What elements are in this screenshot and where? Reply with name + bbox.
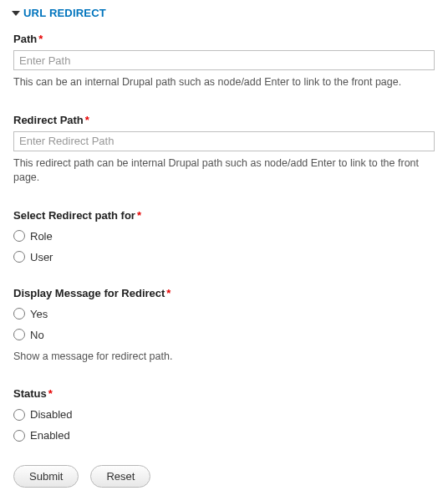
radio-role-input[interactable]	[13, 230, 25, 242]
display-msg-description: Show a message for redirect path.	[13, 350, 435, 365]
path-label: Path*	[13, 33, 435, 45]
required-marker: *	[38, 33, 43, 45]
radio-user-input[interactable]	[13, 251, 25, 263]
radio-user[interactable]: User	[13, 251, 435, 263]
section-title: URL REDIRECT	[23, 7, 106, 19]
submit-button[interactable]: Submit	[13, 465, 79, 488]
redirect-path-description: This redirect path can be internal Drupa…	[13, 156, 435, 186]
radio-yes[interactable]: Yes	[13, 308, 435, 320]
path-description: This can be an internal Drupal path such…	[13, 75, 435, 90]
display-msg-label: Display Message for Redirect*	[13, 287, 435, 299]
radio-no-label: No	[30, 329, 44, 341]
required-marker: *	[137, 209, 141, 222]
radio-role[interactable]: Role	[13, 230, 435, 243]
radio-enabled-input[interactable]	[13, 430, 25, 442]
section-toggle[interactable]: URL REDIRECT	[13, 7, 435, 19]
required-marker: *	[166, 287, 171, 299]
select-for-label: Select Redirect path for*	[13, 209, 435, 222]
required-marker: *	[48, 387, 53, 400]
collapse-icon	[12, 11, 20, 16]
required-marker: *	[85, 114, 89, 126]
status-label: Status*	[13, 387, 435, 400]
radio-no-input[interactable]	[13, 329, 25, 340]
radio-disabled-input[interactable]	[13, 409, 25, 421]
radio-disabled[interactable]: Disabled	[13, 408, 435, 421]
radio-yes-label: Yes	[30, 308, 48, 320]
radio-user-label: User	[30, 251, 53, 263]
radio-enabled-label: Enabled	[30, 429, 70, 442]
radio-yes-input[interactable]	[13, 308, 25, 320]
radio-role-label: Role	[30, 230, 53, 243]
reset-button[interactable]: Reset	[90, 465, 150, 488]
radio-disabled-label: Disabled	[30, 408, 73, 421]
path-input[interactable]	[13, 50, 435, 70]
radio-enabled[interactable]: Enabled	[13, 429, 435, 442]
redirect-path-label: Redirect Path*	[13, 114, 435, 126]
radio-no[interactable]: No	[13, 329, 435, 341]
redirect-path-input[interactable]	[13, 131, 435, 151]
